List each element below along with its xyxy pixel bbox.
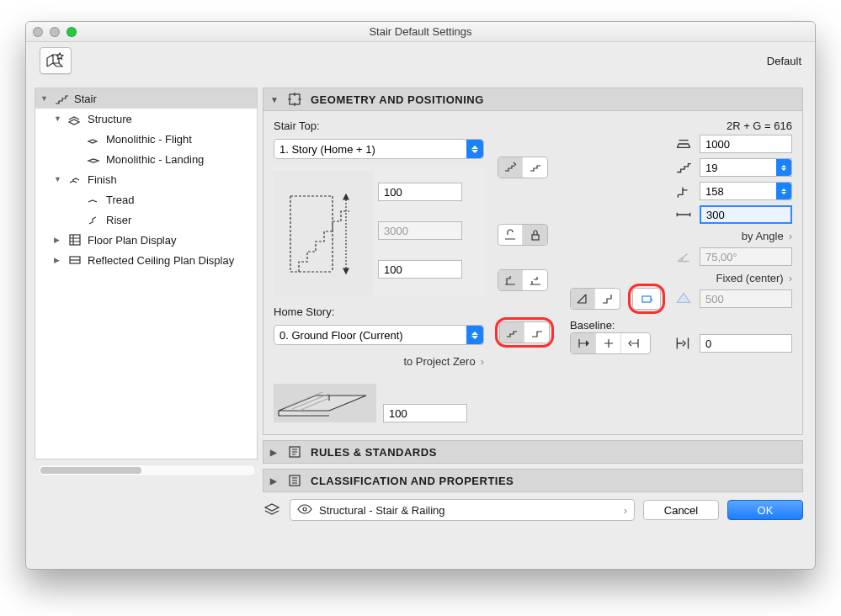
total-height-input [378, 221, 462, 240]
ok-button[interactable]: OK [727, 500, 803, 520]
baseline-offset-icon [674, 335, 693, 352]
fixed-center-link[interactable]: Fixed (center)› [570, 268, 792, 287]
to-project-zero-link[interactable]: to Project Zero› [274, 352, 484, 370]
width-input[interactable] [700, 135, 792, 153]
link-top-off-icon[interactable] [523, 157, 547, 178]
tree-item-riser[interactable]: Riser [35, 210, 257, 230]
plate-icon [274, 384, 376, 422]
stepper-icon[interactable] [776, 159, 791, 176]
geometry-icon [287, 92, 302, 107]
settings-tree: ▼ Stair ▼ Structure Monolithic - Flight [35, 88, 258, 459]
finish-icon [67, 172, 83, 187]
disclosure-icon[interactable]: ▼ [54, 175, 62, 183]
top-offset-input[interactable] [378, 183, 462, 201]
home-story-label: Home Story: [274, 305, 484, 318]
cancel-button[interactable]: Cancel [643, 500, 719, 520]
tree-item-structure[interactable]: ▼ Structure [35, 109, 257, 129]
disclosure-icon[interactable]: ▼ [40, 94, 49, 103]
svg-rect-0 [70, 235, 80, 245]
baseline-position-toggle[interactable] [570, 332, 651, 354]
rules-icon [287, 444, 302, 459]
tread-depth-input[interactable] [700, 205, 792, 224]
baseline-offset-input[interactable] [700, 334, 792, 353]
window-title: Stair Default Settings [26, 25, 815, 38]
link-bottom-toggle[interactable] [498, 269, 548, 291]
layer-select[interactable]: Structural - Stair & Railing › [290, 499, 635, 521]
winder-options-button[interactable] [632, 288, 661, 310]
winder-width-input [700, 289, 792, 308]
tread-depth-icon [674, 206, 693, 223]
width-icon [674, 135, 693, 152]
baseline-label: Baseline: [570, 319, 792, 332]
baseline-left-icon[interactable] [571, 333, 596, 353]
winder-type-toggle[interactable] [570, 288, 620, 310]
home-story-select[interactable]: 0. Ground Floor (Current) [274, 325, 484, 345]
tree-item-rcp[interactable]: ▶ Reflected Ceiling Plan Display [35, 250, 257, 270]
disclosure-icon[interactable]: ▶ [54, 256, 62, 264]
structure-icon [67, 111, 83, 126]
riser-height-select[interactable] [700, 182, 792, 200]
riser-icon [86, 212, 101, 227]
svg-point-7 [303, 507, 306, 511]
dropdown-icon [466, 326, 483, 344]
stair-top-select[interactable]: 1. Story (Home + 1) [274, 139, 484, 159]
chevron-right-icon: › [789, 272, 792, 284]
chevron-right-icon: › [624, 504, 627, 517]
stepper-icon[interactable] [776, 183, 791, 199]
tree-item-stair[interactable]: ▼ Stair [35, 88, 257, 109]
disclosure-icon[interactable]: ▶ [270, 476, 279, 486]
link-top-toggle[interactable] [498, 157, 548, 178]
tree-item-mono-flight[interactable]: Monolithic - Flight [35, 129, 257, 149]
chevron-right-icon: › [481, 355, 484, 368]
plate-offset-input[interactable] [383, 404, 467, 422]
baseline-right-icon[interactable] [621, 333, 647, 353]
tree-item-mono-landing[interactable]: Monolithic - Landing [35, 149, 257, 169]
tree-scrollbar[interactable] [38, 465, 256, 476]
angle-icon [674, 248, 693, 265]
link-top-on-icon[interactable] [498, 157, 523, 178]
svg-rect-4 [642, 296, 651, 302]
dropdown-icon [466, 140, 483, 158]
rcp-icon [67, 252, 83, 268]
winder-auto-icon[interactable] [571, 289, 595, 309]
titlebar: Stair Default Settings [26, 22, 815, 42]
tread-icon [86, 192, 101, 207]
riser-count-select[interactable] [700, 158, 792, 177]
link-bottom-off-icon[interactable] [523, 270, 547, 290]
preset-label: Default [767, 55, 801, 67]
layer-stack-icon [263, 501, 281, 520]
stair-elevation-icon [274, 171, 373, 295]
flight-icon [86, 131, 101, 146]
winder-manual-icon[interactable] [595, 289, 620, 309]
tree-item-floorplan[interactable]: ▶ Floor Plan Display [35, 230, 257, 250]
disclosure-icon[interactable]: ▼ [54, 114, 62, 123]
segment-type-toggle[interactable] [499, 321, 550, 343]
tree-item-tread[interactable]: Tread [35, 189, 257, 210]
panel-rules-header[interactable]: ▶ RULES & STANDARDS [263, 440, 803, 464]
landing-icon [86, 151, 101, 167]
bottom-offset-input[interactable] [378, 260, 462, 279]
eye-icon [297, 503, 312, 518]
chevron-right-icon: › [789, 230, 792, 242]
link-bottom-on-icon[interactable] [498, 270, 523, 290]
panel-geometry-body: Stair Top: 1. Story (Home + 1) [263, 111, 803, 435]
panel-classification-header[interactable]: ▶ CLASSIFICATION AND PROPERTIES [263, 469, 803, 492]
disclosure-icon[interactable]: ▶ [270, 448, 279, 457]
disclosure-icon[interactable]: ▶ [54, 236, 62, 244]
winder-width-icon [674, 290, 693, 307]
angle-input [700, 247, 792, 266]
segment-landing-icon[interactable] [524, 322, 549, 343]
svg-rect-3 [532, 235, 539, 240]
floorplan-icon [67, 232, 83, 247]
panel-geometry-header[interactable]: ▼ GEOMETRY AND POSITIONING [263, 88, 803, 111]
lock-height-toggle[interactable] [498, 224, 548, 246]
baseline-center-icon[interactable] [596, 333, 621, 353]
by-angle-link[interactable]: by Angle› [570, 226, 792, 245]
disclosure-icon[interactable]: ▼ [270, 95, 279, 104]
riser-count-icon [674, 159, 693, 176]
favorites-button[interactable] [40, 47, 72, 74]
unlock-icon[interactable] [498, 225, 523, 245]
segment-straight-icon[interactable] [500, 322, 524, 343]
lock-icon[interactable] [523, 225, 547, 245]
tree-item-finish[interactable]: ▼ Finish [35, 169, 257, 189]
